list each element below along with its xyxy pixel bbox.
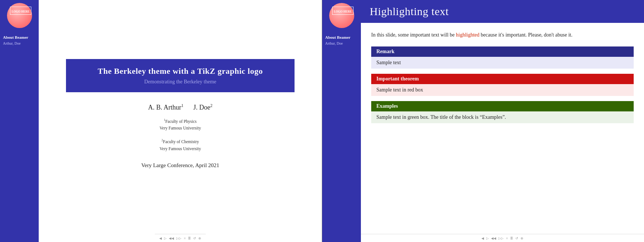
slide1-nav-sym4[interactable]: ▷▷ xyxy=(176,236,181,240)
slide2-content: Highlighting text In this slide, some im… xyxy=(361,0,644,242)
slide2-logo-box: LOGO HERE xyxy=(332,7,354,15)
slide1-nav-bar: ◀ ▷ ◀◀ ▷▷ ≡ ≣ ↺ ⊕ xyxy=(155,234,205,242)
slide1-nav-sym3[interactable]: ◀◀ xyxy=(169,236,174,240)
slide1-title-box: The Berkeley theme with a TikZ graphic l… xyxy=(66,59,295,92)
slide1-logo-area: LOGO HERE xyxy=(0,0,39,30)
slide1-conference: Very Large Conference, April 2021 xyxy=(141,162,219,169)
slide1-logo-box: LOGO HERE xyxy=(10,7,32,15)
slide2-logo-area: LOGO HERE xyxy=(322,0,361,30)
slide1-logo-circle: LOGO HERE xyxy=(7,3,32,28)
slide2-intro-highlighted: highlighted xyxy=(456,32,480,38)
slide2-logo-circle: LOGO HERE xyxy=(329,3,354,28)
slide1-affiliations: 1Faculty of Physics Very Famous Universi… xyxy=(160,118,201,152)
slide2-nav-sym4[interactable]: ▷▷ xyxy=(498,236,504,240)
slide2-nav-item[interactable]: About Beamer xyxy=(322,34,361,41)
slide1-affil1-line2: Very Famous University xyxy=(160,126,201,130)
slide2-block-theorem-title: Important theorem xyxy=(371,74,634,84)
slide2-block-examples: Examples Sample text in green box. The t… xyxy=(371,101,634,123)
slide1-author2-sup: 2 xyxy=(210,103,213,108)
slide2-title: Highlighting text xyxy=(361,0,644,23)
slide2-nav-sym2[interactable]: ▷ xyxy=(486,236,489,240)
slide2-body: In this slide, some important text will … xyxy=(361,23,644,234)
slide1-nav-sym5[interactable]: ≡ xyxy=(184,236,185,240)
slide2-block-theorem-body: Sample text in red box xyxy=(371,84,634,96)
slide2-sidebar-nav: About Beamer Arthur, Doe xyxy=(322,30,361,46)
slide1-author2: J. Doe xyxy=(194,104,210,111)
slide1-affil2-line2: Very Famous University xyxy=(160,146,201,151)
slide1-title-sub: Demonstrating the Berkeley theme xyxy=(81,79,280,85)
slide2-nav-sym6[interactable]: ≣ xyxy=(510,236,513,240)
slide2-block-remark-title: Remark xyxy=(371,46,634,57)
slide2-nav-bar: ◀ ▷ ◀◀ ▷▷ ≡ ≣ ↺ ⊕ xyxy=(361,234,644,242)
slide2-sidebar: LOGO HERE About Beamer Arthur, Doe xyxy=(322,0,361,242)
slide1-nav-item[interactable]: About Beamer xyxy=(0,34,39,41)
slide1-authors: A. B. Arthur1 J. Doe2 xyxy=(148,103,213,111)
slide1-affil1-line1: Faculty of Physics xyxy=(165,119,196,124)
slide1-author1-sup: 1 xyxy=(181,103,184,108)
slide2-block-remark-body: Sample text xyxy=(371,57,634,69)
slide2-nav-sub: Arthur, Doe xyxy=(322,41,361,46)
slide2-nav-sym3[interactable]: ◀◀ xyxy=(491,236,496,240)
slide1-nav-sym6[interactable]: ≣ xyxy=(188,236,191,240)
slide1-affil2-line1: Faculty of Chemistry xyxy=(163,139,199,144)
slide2-intro: In this slide, some important text will … xyxy=(371,31,634,39)
slide2-nav-sym7[interactable]: ↺ xyxy=(515,236,518,240)
slide2-block-examples-body: Sample text in green box. The title of t… xyxy=(371,111,634,123)
slide2-block-theorem: Important theorem Sample text in red box xyxy=(371,74,634,96)
slide1-sidebar: LOGO HERE About Beamer Arthur, Doe xyxy=(0,0,39,242)
slide2-block-remark: Remark Sample text xyxy=(371,46,634,69)
slide2-nav-sym5[interactable]: ≡ xyxy=(506,236,508,240)
slide2-nav-sym8[interactable]: ⊕ xyxy=(521,236,523,240)
slide2-intro-part2: because it's important. Please, don't ab… xyxy=(480,32,572,38)
slide1-nav-sym8[interactable]: ⊕ xyxy=(198,236,201,240)
slide1-logo-text: LOGO HERE xyxy=(12,10,30,13)
slide1-author1: A. B. Arthur xyxy=(148,104,181,111)
slide-1: LOGO HERE About Beamer Arthur, Doe The B… xyxy=(0,0,322,242)
slide1-content: The Berkeley theme with a TikZ graphic l… xyxy=(39,0,322,242)
slide1-nav-sym1[interactable]: ◀ xyxy=(159,236,162,240)
slide1-sidebar-nav: About Beamer Arthur, Doe xyxy=(0,30,39,46)
slide2-intro-part1: In this slide, some important text will … xyxy=(371,32,456,38)
slide1-title-main: The Berkeley theme with a TikZ graphic l… xyxy=(81,66,280,76)
slide-2: LOGO HERE About Beamer Arthur, Doe Highl… xyxy=(322,0,644,242)
slide1-nav-sub: Arthur, Doe xyxy=(0,41,39,46)
slide2-nav-sym1[interactable]: ◀ xyxy=(481,236,484,240)
slide1-nav-sym2[interactable]: ▷ xyxy=(164,236,167,240)
slide2-block-examples-title: Examples xyxy=(371,101,634,111)
slide2-logo-text: LOGO HERE xyxy=(334,10,352,13)
slide1-nav-sym7[interactable]: ↺ xyxy=(193,236,196,240)
